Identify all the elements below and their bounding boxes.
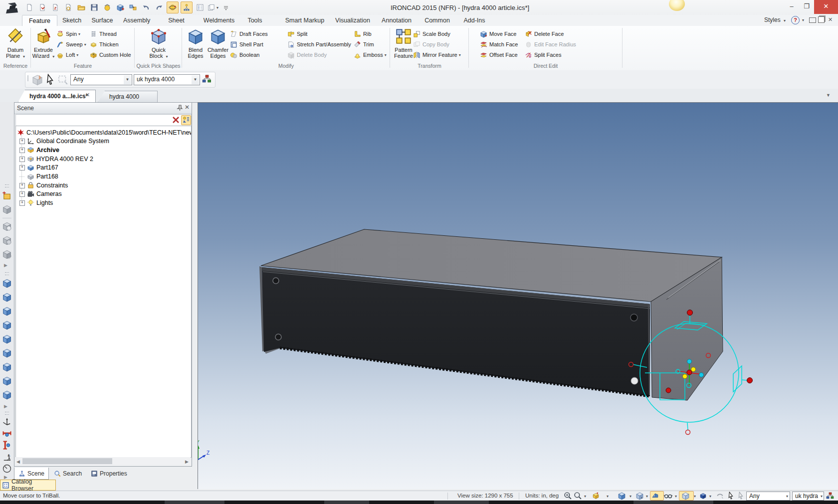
orthographic-view-button[interactable] — [681, 492, 690, 501]
zoom-scene-icon[interactable] — [574, 492, 582, 501]
emboss-button[interactable]: Emboss▾ — [354, 50, 387, 60]
tree-item-part168[interactable]: Part168 — [27, 172, 58, 181]
tab-sheet-metal[interactable]: Sheet Metal — [155, 15, 198, 26]
send-scene-icon[interactable] — [63, 2, 74, 13]
document-tab-1[interactable]: hydra 4000 a...le.ics* — [18, 90, 96, 102]
delete-body-button[interactable]: Delete Body — [287, 50, 327, 60]
match-face-button[interactable]: Match Face — [480, 39, 518, 49]
datum-plane-button[interactable]: DatumPlane ▾ — [2, 27, 29, 60]
tree-item-global-coordinate-system[interactable]: Global Coordinate System — [27, 137, 109, 146]
split-faces-button[interactable]: Split Faces — [525, 50, 561, 60]
status-filter-combo[interactable]: Any▾ — [746, 492, 790, 501]
edit-face-radius-button[interactable]: Edit Face Radius — [525, 39, 576, 49]
orbit-camera-icon[interactable] — [167, 1, 179, 13]
filter-tree-icon[interactable] — [181, 115, 191, 125]
strip-expand2-icon[interactable]: ▶ — [4, 404, 7, 409]
dropdown-icon[interactable]: ▾ — [709, 494, 711, 499]
tab-list-dropdown-icon[interactable]: ▼ — [826, 93, 831, 98]
box-select-icon[interactable] — [57, 74, 69, 86]
tree-expander[interactable]: + — [19, 139, 25, 144]
tab-add-ins[interactable]: Add-Ins — [456, 15, 492, 26]
pan-tool-icon[interactable] — [716, 492, 725, 501]
scene-tree-hscrollbar[interactable]: ◀ ▶ — [15, 457, 191, 465]
catalog-search-combo[interactable]: uk hydra 4000▼ — [134, 74, 200, 85]
dropdown-icon[interactable]: ▾ — [675, 494, 677, 499]
shaded-display-icon[interactable] — [618, 492, 626, 501]
save-icon[interactable] — [89, 2, 100, 13]
link-assembly-icon[interactable] — [128, 2, 139, 13]
split-button[interactable]: Split — [287, 29, 307, 39]
close-tab-icon[interactable]: ✕ — [85, 92, 90, 98]
tree-item-cameras[interactable]: Cameras — [27, 190, 62, 198]
tree-item-hydra-4000-rev-2[interactable]: HYDRA 4000 REV 2 — [27, 155, 93, 163]
view-cube-5-icon[interactable] — [2, 334, 12, 344]
sweep-button[interactable]: Sweep▾ — [56, 39, 86, 49]
thicken-button[interactable]: Thicken — [90, 39, 119, 49]
scene-panel-close-icon[interactable]: ✕ — [185, 104, 190, 111]
select-feature-icon[interactable] — [31, 74, 43, 86]
close-button[interactable]: ✕ — [814, 0, 838, 14]
scroll-right-icon[interactable]: ▶ — [185, 459, 189, 464]
dropdown-icon[interactable]: ▾ — [584, 494, 586, 499]
view-cube-6-icon[interactable] — [2, 348, 12, 358]
view-cube-8-icon[interactable] — [2, 376, 12, 386]
undo-icon[interactable] — [141, 2, 152, 13]
hierarchy-icon[interactable] — [826, 492, 835, 500]
measure-axis-icon[interactable] — [2, 417, 12, 427]
chamfer-edges-button[interactable]: ChamferEdges — [206, 27, 230, 59]
trim-button[interactable]: Trim — [354, 39, 374, 49]
tab-assembly[interactable]: Assembly — [118, 15, 155, 26]
panel-tab-properties[interactable]: Properties — [87, 468, 131, 479]
view-cube-3-icon[interactable] — [2, 306, 12, 316]
tab-common[interactable]: Common — [418, 15, 456, 26]
tree-item-part167[interactable]: Part167 — [27, 164, 58, 172]
add-catalog-icon[interactable] — [2, 191, 12, 201]
qat-overflow-icon[interactable] — [220, 2, 231, 13]
render-mode-icon[interactable] — [699, 492, 707, 501]
scale-body-button[interactable]: Scale Body — [413, 29, 450, 39]
selection-filter-combo[interactable]: Any▼ — [70, 74, 132, 85]
dropdown-icon[interactable]: ▾ — [607, 494, 609, 499]
measure-radius-icon[interactable] — [2, 464, 12, 474]
move-face-button[interactable]: Move Face — [480, 29, 516, 39]
tab-smart-markup[interactable]: Smart Markup — [279, 15, 330, 26]
select-cursor-icon[interactable] — [44, 74, 56, 86]
scrollbar-thumb[interactable] — [22, 458, 112, 464]
tree-expander[interactable]: + — [19, 183, 25, 188]
scroll-left-icon[interactable]: ◀ — [16, 459, 20, 464]
custom-hole-button[interactable]: Custom Hole — [90, 50, 131, 60]
boolean-button[interactable]: Boolean — [230, 50, 259, 60]
boolean-split-icon[interactable] — [2, 249, 12, 259]
boolean-subtract-icon[interactable] — [2, 221, 12, 231]
loft-button[interactable]: Loft▾ — [56, 50, 78, 60]
spin-button[interactable]: Spin▾ — [56, 29, 80, 39]
tree-expander[interactable]: + — [19, 200, 25, 206]
structure-browser-icon[interactable] — [202, 74, 212, 86]
strip-expand3-icon[interactable]: ▶ — [4, 475, 7, 480]
view-cube-9-icon[interactable] — [2, 390, 12, 400]
view-cube-2-icon[interactable] — [2, 292, 12, 302]
measure-height-icon[interactable] — [2, 440, 12, 450]
viewport-canvas[interactable]: Y x Z — [198, 103, 838, 489]
tree-item-constraints[interactable]: Constraints — [27, 181, 68, 189]
help-dropdown-icon[interactable]: ▾ — [802, 18, 804, 22]
shell-part-button[interactable]: Shell Part — [230, 39, 263, 49]
tree-expander[interactable]: + — [19, 165, 25, 170]
dropdown-icon[interactable]: ▾ — [646, 494, 648, 499]
cascade-windows-icon[interactable] — [818, 16, 825, 23]
status-catalog-combo[interactable]: uk hydra▾ — [792, 492, 824, 501]
view-cube-4-icon[interactable] — [2, 320, 12, 330]
tree-item-lights[interactable]: Lights — [27, 199, 53, 207]
toolbar-grip[interactable] — [27, 75, 28, 81]
measure-angle-icon[interactable]: A — [2, 452, 12, 462]
zoom-window-icon[interactable] — [564, 492, 572, 501]
thread-button[interactable]: Thread — [90, 29, 117, 39]
scene-browser-icon[interactable] — [181, 1, 193, 13]
tree-expander[interactable]: + — [19, 157, 25, 162]
catalog-browser-button[interactable]: Catalog Browser — [0, 480, 56, 491]
tab-sketch[interactable]: Sketch — [57, 15, 86, 26]
blend-edges-button[interactable]: BlendEdges — [185, 27, 206, 59]
mirror-feature-button[interactable]: Mirror Feature▾ — [413, 50, 461, 60]
strip-expand-icon[interactable]: ▶ — [4, 263, 7, 268]
panel-tab-search[interactable]: Search — [50, 468, 86, 479]
